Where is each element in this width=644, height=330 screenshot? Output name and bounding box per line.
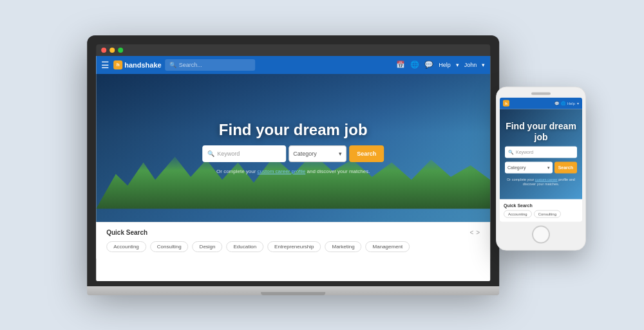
phone-screen: h 💬 🌐 Help ▾ Find your dream job 🔍 Keywo… (500, 97, 582, 221)
tag-education[interactable]: Education (227, 241, 264, 252)
phone-career-link[interactable]: custom career (535, 177, 558, 181)
chevron-down-icon: ▾ (456, 62, 459, 68)
arrow-left-icon[interactable]: < (470, 229, 474, 236)
career-profile-link[interactable]: custom career profile (258, 169, 306, 174)
phone-help-label[interactable]: Help (567, 101, 575, 105)
laptop-screen: ☰ h handshake 🔍 Search... 📅 🌐 (96, 56, 490, 281)
tag-marketing[interactable]: Marketing (325, 241, 361, 252)
search-button[interactable]: Search (349, 145, 384, 162)
laptop-device: ☰ h handshake 🔍 Search... 📅 🌐 (87, 35, 499, 295)
quick-search-header: Quick Search < > (106, 229, 480, 236)
laptop-titlebar (96, 44, 490, 56)
nav-right-area: 📅 🌐 💬 Help ▾ John ▾ (396, 60, 485, 69)
phone-search-row: Category ▾ Search (505, 161, 577, 173)
hero-section: Find your dream job 🔍 Keyword Category ▾… (96, 74, 490, 222)
tag-accounting[interactable]: Accounting (106, 241, 146, 252)
menu-icon[interactable]: ☰ (101, 60, 109, 70)
category-chevron-icon: ▾ (339, 151, 342, 157)
quick-search-title: Quick Search (106, 229, 147, 236)
phone-quick-search: Quick Search Accounting Consulting (500, 199, 582, 221)
phone-search-button[interactable]: Search (554, 161, 577, 173)
phone-quick-search-tags: Accounting Consulting (504, 210, 578, 217)
laptop-base (87, 286, 499, 295)
help-label[interactable]: Help (439, 62, 451, 68)
phone-quick-search-title: Quick Search (504, 203, 578, 207)
chat-icon[interactable]: 💬 (424, 60, 433, 69)
phone-keyword-input[interactable]: 🔍 Keyword (505, 146, 577, 158)
hero-title: Find your dream job (219, 121, 368, 139)
category-select[interactable]: Category ▾ (289, 145, 346, 162)
laptop-body: ☰ h handshake 🔍 Search... 📅 🌐 (87, 35, 499, 286)
search-mini-icon: 🔍 (207, 151, 214, 157)
phone-tag-consulting[interactable]: Consulting (534, 210, 561, 217)
keyword-input[interactable]: 🔍 Keyword (202, 145, 286, 162)
phone-bottom (500, 225, 582, 243)
phone-speaker (531, 92, 551, 95)
maximize-button-dot[interactable] (118, 48, 123, 53)
phone-navbar: h 💬 🌐 Help ▾ (500, 97, 582, 109)
user-label[interactable]: John (464, 62, 477, 68)
close-button-dot[interactable] (101, 48, 106, 53)
tag-consulting[interactable]: Consulting (150, 241, 189, 252)
browser-search-input[interactable]: 🔍 Search... (166, 59, 256, 71)
user-chevron-icon: ▾ (482, 62, 485, 68)
phone-hero-title: Find your dream job (505, 121, 577, 143)
phone-hero-subtext: Or complete your custom career profile a… (505, 177, 577, 187)
phone-body: h 💬 🌐 Help ▾ Find your dream job 🔍 Keywo… (496, 86, 586, 250)
phone-chevron-icon: ▾ (547, 165, 550, 170)
browser-navbar: ☰ h handshake 🔍 Search... 📅 🌐 (96, 56, 490, 74)
hero-subtext: Or complete your custom career profile a… (216, 169, 370, 174)
quick-search-section: Quick Search < > Accounting Consulting D… (96, 222, 490, 259)
search-icon: 🔍 (169, 62, 176, 68)
minimize-button-dot[interactable] (109, 48, 115, 53)
calendar-icon[interactable]: 📅 (396, 60, 405, 69)
phone-nav-right: 💬 🌐 Help ▾ (554, 101, 579, 105)
arrow-right-icon[interactable]: > (476, 229, 480, 236)
quick-search-arrows[interactable]: < > (470, 229, 480, 236)
phone-help-chevron: ▾ (577, 101, 579, 105)
globe-icon[interactable]: 🌐 (410, 60, 419, 69)
phone-chat-icon: 💬 (554, 101, 559, 105)
logo-icon: h (113, 60, 122, 69)
phone-category-select[interactable]: Category ▾ (505, 161, 553, 173)
hero-search-bar: 🔍 Keyword Category ▾ Search (202, 145, 384, 162)
tag-management[interactable]: Management (366, 241, 410, 252)
phone-search-icon: 🔍 (508, 149, 514, 154)
hero-content: Find your dream job 🔍 Keyword Category ▾… (96, 74, 490, 222)
quick-search-tags: Accounting Consulting Design Education E… (106, 241, 480, 252)
tag-design[interactable]: Design (193, 241, 223, 252)
phone-topbar (500, 92, 582, 95)
phone-home-button[interactable] (532, 225, 550, 243)
phone-logo-icon: h (503, 100, 509, 106)
phone-tag-accounting[interactable]: Accounting (504, 210, 532, 217)
tag-entrepreneurship[interactable]: Entrepreneurship (267, 241, 321, 252)
scene: ☰ h handshake 🔍 Search... 📅 🌐 (0, 0, 644, 330)
phone-device: h 💬 🌐 Help ▾ Find your dream job 🔍 Keywo… (496, 86, 586, 250)
handshake-logo[interactable]: h handshake (113, 60, 161, 69)
phone-globe-icon: 🌐 (561, 101, 565, 105)
phone-hero-section: Find your dream job 🔍 Keyword Category ▾… (500, 109, 582, 199)
